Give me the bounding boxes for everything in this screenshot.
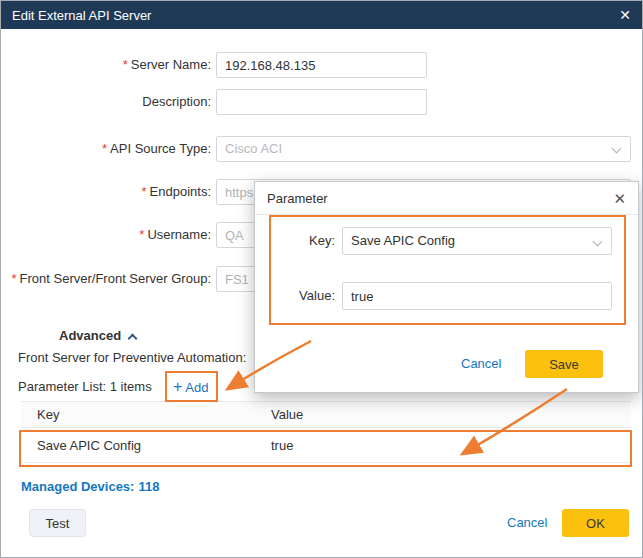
parameter-value-label: Value: <box>255 282 335 310</box>
plus-icon: + <box>173 379 182 395</box>
column-header-value: Value <box>271 407 303 422</box>
parameter-key-label: Key: <box>255 227 335 255</box>
required-asterisk: * <box>11 271 19 286</box>
api-source-type-value: Cisco ACI <box>225 141 282 156</box>
required-asterisk: * <box>123 57 131 72</box>
advanced-toggle[interactable]: Advanced <box>59 328 136 343</box>
parameter-value-input[interactable] <box>342 282 612 310</box>
column-header-key: Key <box>21 407 271 422</box>
username-label: *Username: <box>1 222 211 248</box>
chevron-down-icon <box>593 237 603 247</box>
test-button[interactable]: Test <box>29 509 86 537</box>
row-key-cell: Save APIC Config <box>21 438 271 453</box>
advanced-label: Advanced <box>59 328 121 343</box>
parameter-list-label: Parameter List: 1 items <box>18 374 152 400</box>
edit-external-api-server-dialog: Edit External API Server ✕ *Server Name:… <box>0 0 643 558</box>
managed-devices-count: 118 <box>138 479 159 494</box>
table-row[interactable]: Save APIC Config true <box>21 428 631 463</box>
parameter-dialog-title: Parameter <box>267 191 328 206</box>
description-label: Description: <box>1 89 211 115</box>
parameter-key-value: Save APIC Config <box>351 233 455 248</box>
server-name-input[interactable] <box>216 52 427 78</box>
cancel-link[interactable]: Cancel <box>507 509 547 537</box>
add-button-label: Add <box>185 380 208 395</box>
api-source-type-label: *API Source Type: <box>1 136 211 162</box>
parameter-save-button[interactable]: Save <box>525 350 603 378</box>
parameter-table-header: Key Value <box>21 401 631 428</box>
server-name-label: *Server Name: <box>1 52 211 78</box>
row-value-cell: true <box>271 438 293 453</box>
dialog-titlebar: Edit External API Server ✕ <box>1 1 642 29</box>
managed-devices-label: Managed Devices: <box>21 479 134 494</box>
front-server-label: *Front Server/Front Server Group: <box>1 266 211 292</box>
required-asterisk: * <box>102 141 110 156</box>
description-input[interactable] <box>216 89 427 115</box>
endpoints-label: *Endpoints: <box>1 179 211 205</box>
add-parameter-button[interactable]: + Add <box>169 374 212 400</box>
required-asterisk: * <box>142 184 150 199</box>
parameter-cancel-link[interactable]: Cancel <box>461 350 501 378</box>
parameter-key-select[interactable]: Save APIC Config <box>342 227 612 255</box>
api-source-type-select[interactable]: Cisco ACI <box>216 136 631 162</box>
close-icon[interactable]: ✕ <box>619 8 631 22</box>
dialog-title: Edit External API Server <box>12 8 151 23</box>
parameter-dialog-titlebar: Parameter ✕ <box>255 182 638 215</box>
chevron-down-icon <box>612 144 622 154</box>
ok-button[interactable]: OK <box>562 509 629 537</box>
close-icon[interactable]: ✕ <box>613 191 626 206</box>
chevron-up-icon <box>128 333 138 343</box>
preventive-automation-label: Front Server for Preventive Automation: <box>18 345 246 371</box>
managed-devices-link[interactable]: Managed Devices:118 <box>21 474 159 500</box>
parameter-dialog: Parameter ✕ Key: Save APIC Config Value:… <box>254 181 639 393</box>
